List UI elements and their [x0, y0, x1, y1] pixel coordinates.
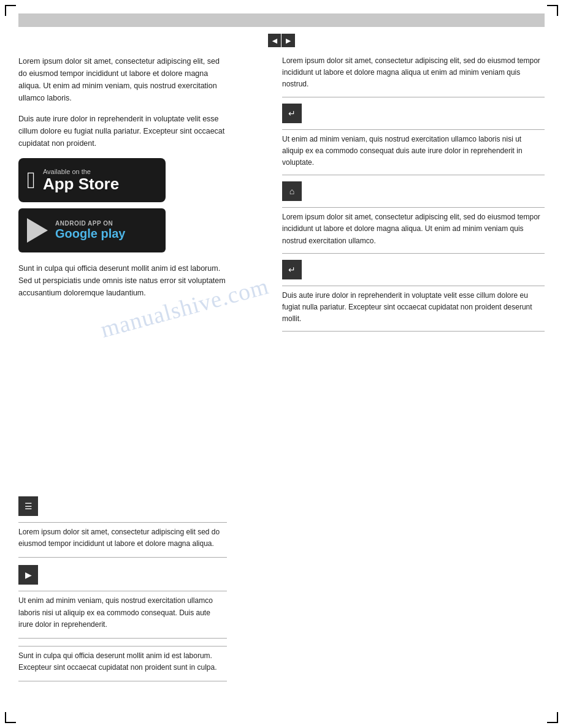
prev-page-arrow[interactable]: ◀	[268, 34, 282, 47]
right-text-intro: Lorem ipsum dolor sit amet, consectetur …	[282, 55, 545, 97]
menu-icon-btn: ☰	[18, 496, 38, 516]
play-icon-btn: ▶	[18, 565, 38, 585]
left-text-block-1: Lorem ipsum dolor sit amet, consectetur …	[18, 55, 227, 104]
play-triangle-icon	[27, 218, 48, 243]
return-icon: ↵	[288, 265, 296, 275]
google-play-name: Google play	[55, 227, 125, 241]
next-page-arrow[interactable]: ▶	[282, 34, 295, 47]
bottom-section-1: ☰ Lorem ipsum dolor sit amet, consectetu…	[18, 496, 227, 558]
right-section-back: ↵ Ut enim ad minim veniam, quis nostrud …	[282, 104, 545, 176]
left-text-block-3: Sunt in culpa qui officia deserunt molli…	[18, 262, 227, 299]
bottom-section-2-content: Ut enim ad minim veniam, quis nostrud ex…	[18, 595, 227, 639]
corner-mark-bl	[5, 712, 16, 723]
bottom-section-2-header: ▶	[18, 565, 227, 591]
left-text-block-2: Duis aute irure dolor in reprehenderit i…	[18, 113, 227, 150]
play-icon: ▶	[25, 570, 32, 580]
right-section-return: ↵ Duis aute irure dolor in reprehenderit…	[282, 260, 545, 332]
bottom-section-3-content: Sunt in culpa qui officia deserunt molli…	[18, 646, 227, 681]
google-play-badge[interactable]: ANDROID APP ON Google play	[18, 208, 166, 252]
back-icon: ↵	[288, 108, 296, 118]
right-section-back-content: Ut enim ad minim veniam, quis nostrud ex…	[282, 134, 545, 176]
app-store-badge-text: Available on the App Store	[43, 168, 119, 193]
page-navigation[interactable]: ◀ ▶	[268, 34, 295, 47]
available-on-label: Available on the	[43, 168, 119, 175]
google-play-badge-text: ANDROID APP ON Google play	[55, 220, 125, 241]
google-text: Google	[55, 227, 98, 240]
right-section-back-header: ↵	[282, 104, 545, 130]
bottom-section-2: ▶ Ut enim ad minim veniam, quis nostrud …	[18, 565, 227, 639]
corner-mark-tr	[547, 5, 558, 16]
right-section-return-header: ↵	[282, 260, 545, 286]
play-text: play	[98, 227, 126, 240]
header-bar	[18, 13, 545, 27]
right-column: Lorem ipsum dolor sit amet, consectetur …	[282, 55, 545, 338]
right-section-home: ⌂ Lorem ipsum dolor sit amet, consectetu…	[282, 181, 545, 254]
bottom-section-1-content: Lorem ipsum dolor sit amet, consectetur …	[18, 526, 227, 558]
menu-icon: ☰	[25, 501, 33, 511]
app-store-name: App Store	[43, 175, 119, 193]
right-section-home-content: Lorem ipsum dolor sit amet, consectetur …	[282, 211, 545, 254]
bottom-section-1-header: ☰	[18, 496, 227, 523]
home-icon-btn: ⌂	[282, 181, 302, 201]
left-bottom-sections: ☰ Lorem ipsum dolor sit amet, consectetu…	[18, 496, 227, 689]
right-section-return-content: Duis aute irure dolor in reprehenderit i…	[282, 290, 545, 332]
home-icon: ⌂	[289, 186, 294, 196]
corner-mark-br	[547, 712, 558, 723]
android-app-on-label: ANDROID APP ON	[55, 220, 125, 227]
apple-icon: 	[27, 169, 36, 192]
bottom-section-3: Sunt in culpa qui officia deserunt molli…	[18, 646, 227, 681]
right-section-home-header: ⌂	[282, 181, 545, 208]
return-icon-btn: ↵	[282, 260, 302, 279]
corner-mark-tl	[5, 5, 16, 16]
back-icon-btn: ↵	[282, 104, 302, 123]
app-store-badge[interactable]:  Available on the App Store	[18, 158, 166, 202]
left-column: Lorem ipsum dolor sit amet, consectetur …	[18, 55, 227, 308]
